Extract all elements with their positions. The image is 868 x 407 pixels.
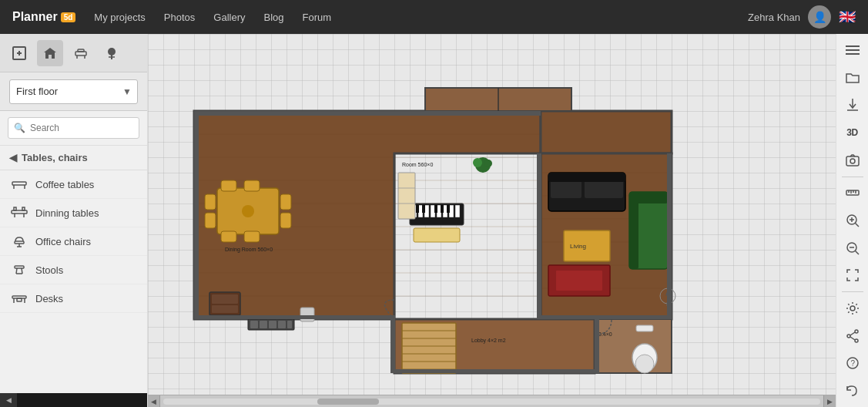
- scroll-right-btn[interactable]: ▶: [823, 395, 836, 408]
- svg-rect-115: [278, 321, 286, 328]
- svg-rect-117: [300, 308, 314, 321]
- category-stools[interactable]: Stools: [0, 256, 147, 284]
- svg-rect-71: [455, 205, 460, 217]
- stools-label: Stools: [35, 264, 63, 276]
- app-badge: 5d: [61, 12, 76, 22]
- svg-text:Dining Room 560×0: Dining Room 560×0: [225, 247, 273, 253]
- search-row: 🔍: [0, 111, 147, 146]
- svg-text:Living: Living: [570, 243, 586, 250]
- scroll-left-btn[interactable]: ◀: [148, 395, 160, 408]
- svg-rect-75: [441, 205, 444, 213]
- scroll-left-btn[interactable]: ◀: [0, 393, 17, 407]
- floor-selector[interactable]: First floor Second floor Basement: [9, 79, 138, 104]
- category-office-chairs[interactable]: Office chairs: [0, 227, 147, 256]
- right-sidebar: 3D: [836, 34, 868, 407]
- new-project-tool[interactable]: [6, 40, 32, 66]
- svg-rect-60: [280, 213, 291, 228]
- nav-blog[interactable]: Blog: [264, 12, 284, 23]
- svg-line-147: [855, 251, 859, 254]
- svg-rect-110: [212, 305, 238, 313]
- svg-rect-16: [14, 207, 16, 210]
- nav-forum[interactable]: Forum: [303, 12, 332, 23]
- svg-rect-95: [556, 271, 602, 291]
- svg-rect-76: [447, 205, 450, 213]
- svg-line-22: [16, 268, 17, 274]
- category-dining-tables[interactable]: Dinning tables: [0, 199, 147, 227]
- nav-my-projects[interactable]: My projects: [94, 12, 145, 23]
- svg-rect-57: [205, 194, 216, 210]
- floor-selector-wrapper: First floor Second floor Basement ▼: [9, 79, 138, 104]
- left-sidebar: First floor Second floor Basement ▼ 🔍 ◀ …: [0, 34, 148, 407]
- 3d-view-btn[interactable]: 3D: [839, 119, 866, 146]
- svg-rect-114: [269, 321, 276, 328]
- search-input[interactable]: [8, 117, 139, 139]
- coffee-tables-label: Coffee tables: [35, 179, 94, 190]
- nav-right-section: Zehra Khan 👤 🇬🇧: [748, 5, 856, 29]
- zoom-out-btn[interactable]: [839, 235, 866, 261]
- svg-rect-116: [287, 321, 292, 328]
- svg-rect-21: [15, 266, 24, 268]
- app-logo[interactable]: Planner 5d: [12, 10, 75, 24]
- undo-btn[interactable]: [839, 378, 866, 404]
- help-btn[interactable]: ?: [839, 351, 866, 377]
- zoom-in-btn[interactable]: [839, 207, 866, 234]
- language-flag[interactable]: 🇬🇧: [839, 8, 856, 25]
- share-btn[interactable]: [839, 323, 866, 349]
- scroll-thumb[interactable]: [317, 399, 379, 405]
- avatar[interactable]: 👤: [808, 5, 831, 29]
- svg-rect-59: [280, 194, 291, 210]
- svg-rect-10: [12, 182, 26, 185]
- screenshot-btn[interactable]: [839, 147, 866, 173]
- svg-line-23: [22, 268, 22, 274]
- floor-plan-svg[interactable]: Dining Room 560×0: [171, 80, 756, 388]
- menu-btn[interactable]: [839, 37, 866, 63]
- svg-rect-88: [548, 173, 625, 182]
- open-folder-btn[interactable]: [839, 65, 866, 91]
- svg-rect-127: [390, 369, 598, 373]
- svg-rect-18: [15, 241, 24, 244]
- settings-btn[interactable]: [839, 295, 866, 321]
- search-icon: 🔍: [14, 123, 25, 133]
- svg-rect-126: [595, 315, 599, 373]
- svg-line-154: [850, 337, 855, 340]
- scroll-track: [163, 399, 820, 405]
- nav-photos[interactable]: Photos: [164, 12, 195, 23]
- desks-label: Desks: [35, 293, 63, 304]
- desk-icon: [11, 291, 28, 305]
- svg-rect-56: [244, 231, 260, 242]
- back-to-category[interactable]: ◀ Tables, chairs: [0, 146, 147, 170]
- svg-point-150: [855, 330, 858, 333]
- right-divider-1: [842, 177, 863, 177]
- svg-rect-112: [250, 321, 258, 328]
- svg-rect-6: [78, 49, 84, 52]
- svg-rect-135: [846, 156, 859, 166]
- outdoor-tool[interactable]: [99, 40, 125, 66]
- ruler-btn[interactable]: [839, 180, 866, 206]
- canvas-area[interactable]: Dining Room 560×0: [148, 34, 836, 407]
- svg-rect-121: [194, 111, 199, 319]
- right-divider-2: [842, 291, 863, 292]
- furniture-tool[interactable]: [68, 40, 94, 66]
- svg-point-152: [855, 339, 858, 342]
- svg-point-83: [473, 158, 482, 167]
- dining-table-icon: [11, 206, 28, 220]
- category-desks[interactable]: Desks: [0, 284, 147, 313]
- home-tool[interactable]: [37, 40, 63, 66]
- download-btn[interactable]: [839, 92, 866, 118]
- horizontal-scrollbar[interactable]: ◀ ▶: [148, 395, 836, 407]
- svg-line-153: [850, 332, 855, 335]
- svg-rect-58: [205, 213, 216, 228]
- office-chair-icon: [11, 234, 28, 248]
- svg-rect-109: [212, 294, 238, 304]
- nav-gallery[interactable]: Gallery: [213, 12, 245, 23]
- svg-point-84: [484, 160, 492, 167]
- category-coffee-tables[interactable]: Coffee tables: [0, 170, 147, 199]
- svg-rect-77: [414, 228, 460, 242]
- svg-rect-74: [434, 205, 437, 213]
- scroll-left-icon: ◀: [151, 398, 156, 405]
- svg-rect-78: [398, 173, 415, 219]
- svg-point-105: [635, 355, 654, 373]
- svg-text:Lobby 4×2 m2: Lobby 4×2 m2: [471, 338, 506, 344]
- fit-btn[interactable]: [839, 263, 866, 289]
- category-list: Coffee tables Dinning tables: [0, 170, 147, 393]
